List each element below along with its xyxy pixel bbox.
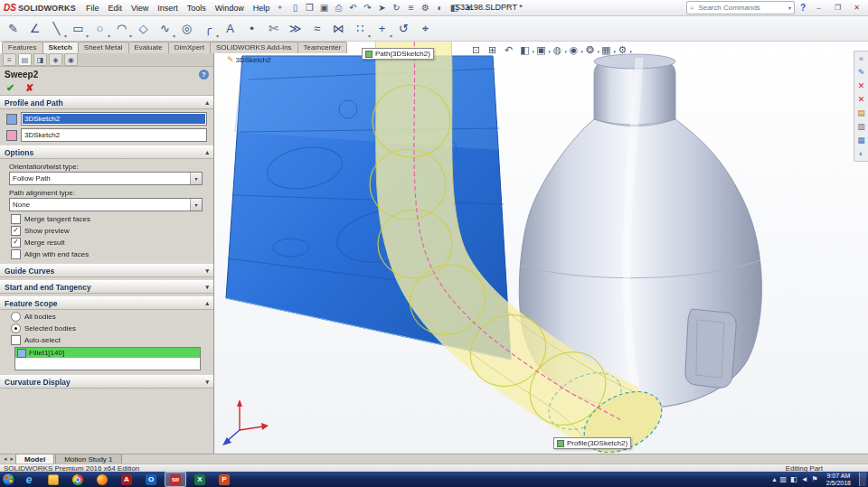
previous-view-icon[interactable]: ↶ (503, 44, 514, 56)
tab-features[interactable]: Features (2, 42, 43, 53)
all-bodies-radio[interactable]: All bodies (11, 312, 213, 322)
cancel-feature-icon[interactable]: ✕ (858, 81, 865, 90)
show-preview-checkbox[interactable]: Show preview (11, 226, 213, 236)
graphics-area[interactable]: ⊡⊞↶◧▣◍◉❂▦⚙ ✎ 3DSketch2 Path(3DSketch2) P… (214, 42, 868, 454)
configurationmanager-tab-icon[interactable]: ◨ (33, 53, 47, 66)
section-view-icon[interactable]: ◧ (519, 44, 531, 56)
maximize-button[interactable]: ❐ (830, 2, 845, 14)
network-tray-icon[interactable]: ◧ (790, 475, 797, 483)
minimize-button[interactable]: – (811, 2, 826, 14)
redo-icon[interactable]: ↷ (361, 2, 374, 14)
taskbar-acrobat[interactable]: A (116, 472, 137, 487)
section-options[interactable]: Options ▴ (0, 145, 213, 159)
start-button[interactable] (2, 473, 15, 486)
selected-bodies-radio[interactable]: Selected bodies (11, 323, 213, 333)
quick-snaps-icon[interactable]: ⌖ (415, 18, 436, 39)
radio-dot[interactable] (11, 312, 21, 322)
taskbar-internet-explorer[interactable]: e (18, 472, 40, 487)
appearances-icon[interactable]: ◐ (859, 149, 863, 158)
align-with-end-faces-checkbox[interactable]: Align with end faces (11, 249, 213, 259)
options-icon[interactable]: ⚙ (419, 2, 432, 14)
section-profile-and-path[interactable]: Profile and Path ▴ (0, 96, 213, 109)
print-icon[interactable]: ⎙ (332, 2, 345, 14)
tab-sheet-metal[interactable]: Sheet Metal (78, 42, 129, 53)
view-orientation-icon[interactable]: ▣ (535, 44, 547, 56)
cancel-sketch-icon[interactable]: ✕ (858, 95, 865, 104)
menu-item[interactable]: Insert (153, 2, 183, 14)
menu-item[interactable]: Help (249, 2, 275, 14)
cancel-button[interactable]: ✘ (25, 82, 33, 94)
taskbar-powerpoint[interactable]: P (213, 472, 235, 487)
path-alignment-dropdown[interactable]: None ▾ (9, 198, 203, 211)
zoom-to-area-icon[interactable]: ⊞ (486, 44, 498, 56)
search-commands-box[interactable]: ⌕ ▾ (686, 1, 795, 14)
tab-dimxpert[interactable]: DimXpert (168, 42, 211, 53)
merge-result-checkbox[interactable]: Merge result (11, 238, 213, 248)
undo-icon[interactable]: ↶ (346, 2, 360, 14)
edit-appearance-icon[interactable]: ❂ (584, 44, 596, 56)
menu-item[interactable]: View (127, 2, 153, 14)
funnel-tab-notch[interactable] (685, 309, 736, 388)
collapse-taskpane-icon[interactable]: « (859, 54, 863, 63)
move-entities-icon[interactable]: + (372, 18, 392, 39)
tab-sketch[interactable]: Sketch (42, 42, 79, 53)
taskbar-explorer[interactable] (42, 472, 64, 487)
volume-tray-icon[interactable]: ◄ (801, 475, 808, 483)
merge-tangent-faces-checkbox[interactable]: Merge tangent faces (11, 214, 213, 224)
linear-pattern-icon[interactable]: ∷ (350, 18, 371, 39)
chevron-down-icon[interactable]: ▾ (190, 173, 202, 184)
new-file-icon[interactable]: ▯ (288, 2, 302, 14)
pin-icon[interactable]: ✦ (277, 4, 283, 12)
power-tray-icon[interactable]: ▥ (780, 475, 788, 483)
view-palette-icon[interactable]: ▦ (857, 136, 865, 145)
taskbar-solidworks[interactable]: SW (165, 472, 186, 487)
sketch-fillet-icon[interactable]: ╭ (198, 18, 219, 39)
taskbar-firefox[interactable] (91, 472, 113, 487)
help-icon[interactable]: ? (798, 3, 807, 13)
rebuild-icon[interactable]: ↻ (390, 2, 403, 14)
path-callout[interactable]: Path(3DSketch2) (362, 48, 434, 60)
point-icon[interactable]: • (241, 18, 262, 39)
orientation-twist-dropdown[interactable]: Follow Path ▾ (9, 172, 203, 185)
save-icon[interactable]: ▣ (317, 2, 331, 14)
taskbar-chrome[interactable] (67, 472, 89, 487)
chevron-down-icon[interactable]: ▾ (190, 199, 202, 211)
offset-entities-icon[interactable]: ≈ (307, 18, 327, 39)
tab-evaluate[interactable]: Evaluate (128, 42, 169, 53)
close-button[interactable]: ✕ (849, 2, 864, 14)
file-properties-icon[interactable]: ≡ (404, 2, 418, 14)
view-settings-icon[interactable]: ⚙ (617, 44, 628, 56)
appearance-icon[interactable]: ◐ (433, 2, 447, 14)
help-badge-icon[interactable]: ? (199, 70, 209, 80)
checkbox-box[interactable] (11, 249, 21, 259)
menu-item[interactable]: Tools (183, 2, 211, 14)
ok-button[interactable]: ✔ (6, 82, 14, 94)
select-icon[interactable]: ➤ (375, 2, 389, 14)
text-icon[interactable]: A (220, 18, 241, 39)
section-guide-curves[interactable]: Guide Curves ▾ (0, 264, 213, 277)
path-selection-box[interactable]: 3DSketch2 (21, 128, 207, 142)
convert-entities-icon[interactable]: ≫ (285, 18, 306, 39)
profile-selection-box[interactable]: 3DSketch2 (21, 112, 207, 126)
trim-entities-icon[interactable]: ✄ (263, 18, 284, 39)
apply-scene-icon[interactable]: ▦ (600, 44, 612, 56)
smart-dimension-icon[interactable]: ∠ (24, 18, 45, 39)
featuremanager-tab-icon[interactable]: ≡ (3, 53, 16, 66)
taskbar-clock[interactable]: 9:07 AM 2/5/2018 (822, 473, 855, 487)
radio-dot[interactable] (11, 323, 21, 333)
section-start-end-tangency[interactable]: Start and end Tangency ▾ (0, 280, 213, 294)
auto-select-checkbox[interactable]: Auto-select (11, 335, 213, 345)
menu-item[interactable]: File (81, 2, 104, 14)
checkbox-box[interactable] (11, 226, 21, 236)
arc-icon[interactable]: ◠ (111, 18, 132, 39)
menu-item[interactable]: Edit (103, 2, 127, 14)
action-center-icon[interactable]: ⚑ (812, 475, 818, 483)
checkbox-box[interactable] (11, 335, 21, 345)
tab-model[interactable]: Model (15, 454, 54, 464)
tab-motion-study-1[interactable]: Motion Study 1 (55, 454, 121, 464)
ellipse-icon[interactable]: ◎ (176, 18, 197, 39)
line-icon[interactable]: ╲ (46, 18, 67, 39)
file-explorer-icon[interactable]: ▥ (857, 122, 865, 131)
display-relations-icon[interactable]: ↺ (393, 18, 414, 39)
search-input[interactable] (696, 3, 786, 13)
